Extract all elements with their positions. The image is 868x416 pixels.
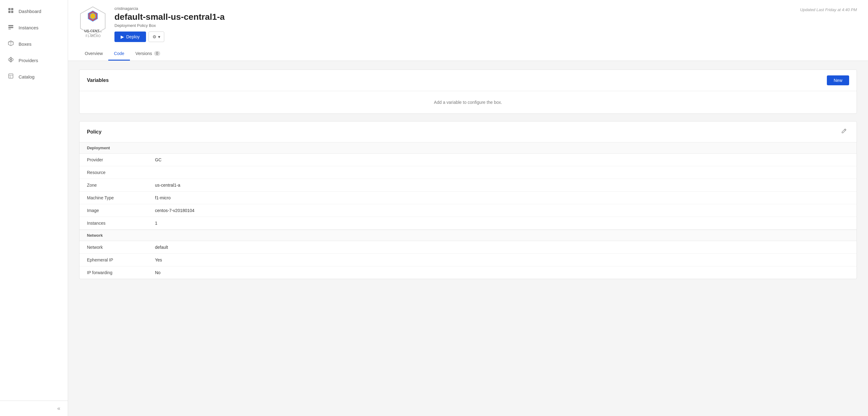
policy-value: No (155, 270, 160, 275)
sidebar: Dashboard Instances Boxes Providers Cata… (0, 0, 68, 416)
sidebar-item-providers[interactable]: Providers (0, 52, 68, 69)
tab-versions[interactable]: Versions 0 (130, 47, 166, 61)
policy-card-header: Policy (80, 122, 857, 142)
sidebar-item-label: Providers (19, 58, 38, 63)
policy-value: 1 (155, 221, 157, 226)
box-label: US-CENT... (85, 29, 102, 33)
dashboard-icon (7, 7, 14, 15)
svg-point-11 (10, 59, 11, 60)
sidebar-item-catalog[interactable]: Catalog (0, 69, 68, 85)
svg-rect-4 (8, 25, 13, 26)
variables-empty-message: Add a variable to configure the box. (80, 91, 857, 113)
header-meta: cristinagarcia default-small-us-central1… (115, 6, 793, 42)
sidebar-item-label: Dashboard (19, 9, 41, 14)
policy-card: Policy Deployment Provider GC Resource (79, 121, 857, 279)
deploy-button[interactable]: ▶ Deploy (115, 32, 146, 42)
policy-row: Provider GC (80, 153, 857, 166)
sidebar-item-label: Boxes (19, 41, 32, 47)
variables-card-header: Variables New (80, 70, 857, 91)
policy-value: default (155, 245, 168, 250)
page-subtitle: Deployment Policy Box (115, 23, 793, 28)
sidebar-item-label: Instances (19, 25, 38, 30)
tab-overview[interactable]: Overview (79, 47, 108, 61)
policy-key: Image (87, 208, 155, 213)
policy-value: f1-micro (155, 195, 171, 200)
policy-key: Zone (87, 183, 155, 187)
svg-rect-1 (11, 8, 13, 10)
policy-row: Image centos-7-v20180104 (80, 204, 857, 217)
svg-rect-12 (9, 74, 13, 78)
variables-title: Variables (87, 77, 108, 83)
tab-bar: Overview Code Versions 0 (79, 47, 857, 61)
sidebar-collapse-button[interactable]: « (0, 401, 68, 416)
updated-timestamp: Updated Last Friday at 4:40 PM (800, 6, 857, 12)
variables-card: Variables New Add a variable to configur… (79, 70, 857, 114)
policy-row: IP forwarding No (80, 267, 857, 279)
policy-key: Machine Type (87, 195, 155, 200)
svg-rect-6 (8, 29, 11, 29)
policy-value: us-central1-a (155, 183, 180, 187)
sidebar-item-instances[interactable]: Instances (0, 20, 68, 36)
policy-key: Instances (87, 221, 155, 226)
sidebar-item-boxes[interactable]: Boxes (0, 36, 68, 52)
main-content: US-CENT... F1-MICRO cristinagarcia defau… (68, 0, 868, 416)
boxes-icon (7, 40, 14, 48)
svg-rect-3 (11, 11, 13, 13)
policy-value: centos-7-v20180104 (155, 208, 194, 213)
svg-rect-5 (8, 27, 13, 28)
content-area: Variables New Add a variable to configur… (68, 61, 868, 416)
gear-icon: ⚙ (153, 34, 157, 39)
policy-row: Machine Type f1-micro (80, 192, 857, 204)
sidebar-item-label: Catalog (19, 74, 35, 79)
policy-value: GC (155, 157, 161, 162)
svg-rect-0 (8, 8, 10, 10)
settings-button[interactable]: ⚙ ▾ (149, 32, 164, 42)
edit-policy-button[interactable] (839, 127, 849, 137)
page-title: default-small-us-central1-a (115, 12, 793, 22)
deployment-section-header: Deployment (80, 142, 857, 153)
catalog-icon (7, 73, 14, 81)
username: cristinagarcia (115, 6, 793, 11)
policy-row: Network default (80, 241, 857, 254)
tab-code[interactable]: Code (108, 47, 130, 61)
network-section-header: Network (80, 230, 857, 241)
policy-title: Policy (87, 129, 101, 135)
policy-key: Resource (87, 170, 155, 175)
new-variable-button[interactable]: New (827, 75, 849, 85)
versions-badge: 0 (154, 51, 160, 56)
policy-row: Zone us-central1-a (80, 179, 857, 192)
policy-key: IP forwarding (87, 270, 155, 275)
svg-rect-2 (8, 11, 10, 13)
policy-key: Network (87, 245, 155, 250)
policy-value: Yes (155, 257, 162, 263)
policy-key: Provider (87, 157, 155, 162)
policy-key: Ephemeral IP (87, 257, 155, 263)
box-icon-container: US-CENT... F1-MICRO (79, 6, 107, 37)
page-header: US-CENT... F1-MICRO cristinagarcia defau… (68, 0, 868, 61)
policy-row: Instances 1 (80, 217, 857, 230)
policy-row: Ephemeral IP Yes (80, 254, 857, 267)
instances-icon (7, 24, 14, 32)
chevron-down-icon: ▾ (158, 34, 160, 39)
edit-icon (841, 128, 847, 134)
providers-icon (7, 57, 14, 64)
sidebar-item-dashboard[interactable]: Dashboard (0, 3, 68, 20)
policy-row: Resource (80, 166, 857, 179)
deploy-play-icon: ▶ (121, 34, 124, 39)
